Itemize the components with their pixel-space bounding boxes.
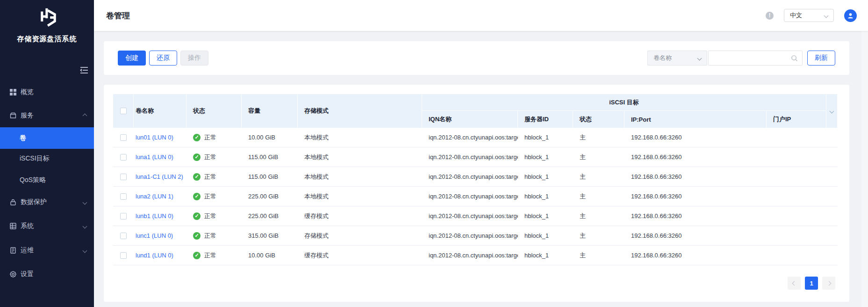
chevron-down-icon [83,200,87,205]
row-checkbox[interactable] [120,154,127,161]
ip-port-cell: 192.168.0.66:3260 [624,134,767,141]
language-select[interactable]: 中文 [784,9,834,22]
capacity-cell: 225.00 GiB [242,193,298,200]
volume-link[interactable]: luna2 (LUN 1) [136,193,173,200]
row-checkbox[interactable] [120,174,127,180]
pagination-prev-button[interactable] [788,277,801,290]
status-ok-icon: ✓ [193,252,201,259]
volume-name-cell: lunb1 (LUN 0) [134,212,187,219]
iscsi-group-title: iSCSI 目标 [422,94,826,111]
sidebar-item-settings[interactable]: 设置 [0,263,94,285]
service-icon [9,112,17,119]
table-row: lund1 (LUN 0)✓正常10.00 GiB缓存模式iqn.2012-08… [113,246,838,265]
status-ok-icon: ✓ [193,212,201,220]
app-title: 存储资源盘活系统 [0,35,94,44]
iscsi-group-header: iSCSI 目标 IQN名称 服务器ID 状态 IP:Port 门户IP [422,94,826,128]
table-row: lun01 (LUN 0)✓正常10.00 GiB本地模式iqn.2012-08… [113,128,838,147]
row-checkbox[interactable] [120,134,127,141]
volume-link[interactable]: lunc1 (LUN 0) [136,232,173,239]
column-header-portal-ip: 门户IP [767,111,826,128]
sidebar-item-volume[interactable]: 卷 [0,127,94,149]
mode-cell: 本地模式 [298,153,422,161]
restore-button[interactable]: 还原 [149,51,177,66]
search-box [708,51,803,66]
iqn-cell: iqn.2012-08.cn.ctyunapi.oos:target... [422,212,518,219]
row-checkbox-cell [113,134,134,141]
volume-link[interactable]: lund1 (LUN 0) [136,252,173,259]
sidebar-item-label: 卷 [20,134,26,142]
sidebar-item-maintenance[interactable]: 运维 [0,240,94,261]
row-checkbox[interactable] [120,252,127,259]
sidebar-item-iscsi-target[interactable]: iSCSI目标 [0,148,94,169]
capacity-cell: 115.00 GiB [242,173,298,180]
filter-field-value: 卷名称 [653,54,672,62]
column-header-iqn: IQN名称 [422,111,518,128]
info-icon[interactable]: ! [766,12,774,20]
vertical-scrollbar[interactable] [861,31,868,307]
table-row: luna1-C1 (LUN 2)✓正常115.00 GiB本地模式iqn.201… [113,167,838,187]
system-icon [9,222,17,230]
row-checkbox-cell [113,154,134,161]
user-icon [846,12,854,20]
row-checkbox-cell [113,252,134,259]
lock-icon [9,198,17,206]
status-ok-icon: ✓ [193,193,201,200]
sidebar-item-label: 运维 [21,246,34,255]
sidebar-item-label: 系统 [21,222,34,230]
ip-port-cell: 192.168.0.66:3260 [624,154,767,161]
volume-name-cell: lun01 (LUN 0) [134,134,187,141]
status-cell: ✓正常 [187,153,242,161]
refresh-button[interactable]: 刷新 [807,51,835,66]
table-row: luna1 (LUN 0)✓正常115.00 GiB本地模式iqn.2012-0… [113,147,838,167]
sidebar: 存储资源盘活系统 概览 服务 卷 iSCSI目标 QoS策略 数据保护 [0,0,94,307]
server-id-cell: hblock_1 [518,212,573,219]
volume-link[interactable]: lunb1 (LUN 0) [136,212,173,219]
sidebar-item-label: 服务 [21,111,34,120]
capacity-cell: 115.00 GiB [242,154,298,161]
status-cell: ✓正常 [187,192,242,201]
sidebar-item-system[interactable]: 系统 [0,215,94,237]
iqn-cell: iqn.2012-08.cn.ctyunapi.oos:target... [422,154,518,161]
status-ok-icon: ✓ [193,134,201,141]
status-text: 正常 [204,173,216,181]
top-header-bar: 卷管理 ! 中文 [94,0,868,31]
chevron-down-icon [83,248,87,253]
sidebar-item-qos-policy[interactable]: QoS策略 [0,169,94,191]
table-row: lunc1 (LUN 0)✓正常315.00 GiB存储模式iqn.2012-0… [113,226,838,246]
column-header-mode: 存储模式 [298,94,422,128]
logo: 存储资源盘活系统 [0,0,94,44]
filter-field-select[interactable]: 卷名称 [647,51,707,66]
status-cell: ✓正常 [187,232,242,240]
sidebar-item-overview[interactable]: 概览 [0,81,94,103]
chevron-down-icon [83,224,87,228]
server-id-cell: hblock_1 [518,134,573,141]
expand-columns-control[interactable] [826,94,838,128]
sidebar-item-label: 数据保护 [21,198,47,206]
search-input[interactable] [709,51,802,65]
server-id-cell: hblock_1 [518,193,573,200]
select-all-checkbox[interactable] [120,108,127,114]
volume-link[interactable]: luna1-C1 (LUN 2) [136,173,183,180]
iscsi-status-cell: 主 [573,192,624,201]
row-checkbox[interactable] [120,213,127,219]
status-text: 正常 [204,133,216,142]
mode-cell: 本地模式 [298,192,422,201]
pagination-next-button[interactable] [822,277,835,290]
create-button[interactable]: 创建 [118,51,146,66]
column-header-volume-name: 卷名称 [134,94,187,128]
pagination-page-1[interactable]: 1 [805,277,818,290]
volume-link[interactable]: lun01 (LUN 0) [136,134,173,141]
volume-link[interactable]: luna1 (LUN 0) [136,154,173,161]
row-checkbox[interactable] [120,233,127,239]
sidebar-item-data-protection[interactable]: 数据保护 [0,191,94,213]
table-header: 卷名称 状态 容量 存储模式 iSCSI 目标 IQN名称 服务器ID 状态 I… [113,94,838,128]
toolbar-card: 创建 还原 操作 卷名称 刷新 [104,41,849,75]
menu-collapse-icon[interactable] [80,66,88,74]
action-button[interactable]: 操作 [180,51,208,66]
search-icon [791,55,798,62]
sidebar-item-services[interactable]: 服务 [0,105,94,126]
row-checkbox[interactable] [120,193,127,200]
user-avatar[interactable] [844,9,857,22]
server-id-cell: hblock_1 [518,154,573,161]
table-card: 卷名称 状态 容量 存储模式 iSCSI 目标 IQN名称 服务器ID 状态 I… [104,85,849,302]
